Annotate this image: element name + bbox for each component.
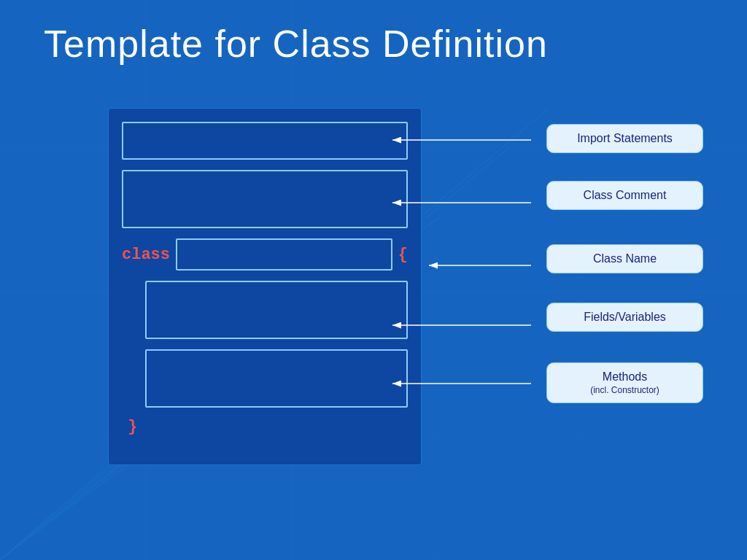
label-methods: Methods (incl. Constructor) — [546, 362, 703, 403]
label-import-statements: Import Statements — [546, 124, 703, 153]
class-row: class { — [122, 238, 408, 271]
import-box — [122, 122, 408, 160]
methods-box — [145, 349, 408, 408]
fields-box — [145, 281, 408, 339]
code-panel: class { } — [108, 108, 422, 465]
label-fields-variables: Fields/Variables — [546, 303, 703, 332]
slide-title: Template for Class Definition — [44, 22, 703, 66]
indent-section — [122, 281, 408, 408]
classname-box — [176, 238, 392, 271]
brace-open: { — [398, 246, 408, 264]
comment-box — [122, 170, 408, 228]
label-class-name: Class Name — [546, 244, 703, 273]
brace-close: } — [128, 418, 408, 436]
label-class-comment: Class Comment — [546, 181, 703, 210]
class-keyword: class — [122, 246, 170, 264]
